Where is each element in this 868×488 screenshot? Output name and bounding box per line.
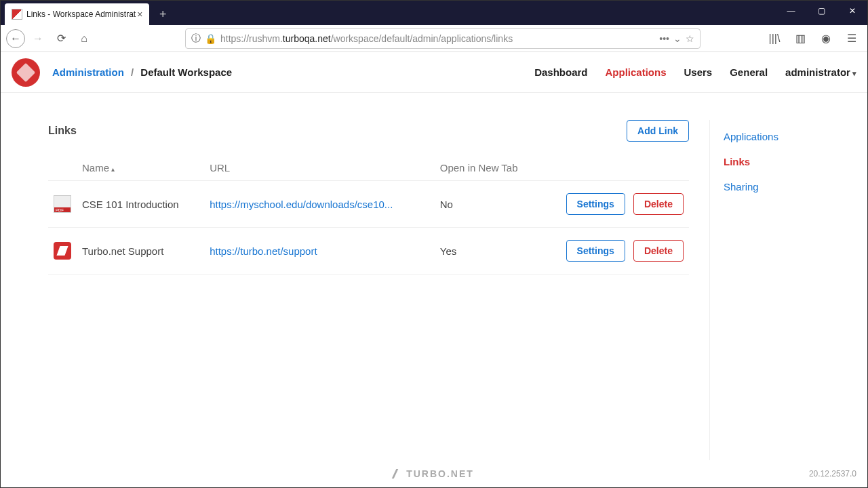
bookmark-icon[interactable]: ☆ xyxy=(686,33,694,44)
top-nav: Dashboard Applications Users General adm… xyxy=(534,66,856,78)
footer-version: 20.12.2537.0 xyxy=(809,469,856,479)
row-open: Yes xyxy=(435,228,540,274)
col-name[interactable]: Name xyxy=(77,155,204,181)
table-row: CSE 101 Introduction https://myschool.ed… xyxy=(48,181,689,228)
forward-button[interactable]: → xyxy=(28,28,48,49)
breadcrumb-root[interactable]: Administration xyxy=(52,66,124,78)
breadcrumb-sep: / xyxy=(131,66,134,78)
url-text: https://rushvm.turboqa.net/workspace/def… xyxy=(220,33,655,44)
nav-applications[interactable]: Applications xyxy=(605,66,666,78)
row-url-link[interactable]: https://myschool.edu/downloads/cse10... xyxy=(210,199,399,210)
account-icon[interactable]: ◉ xyxy=(816,28,836,49)
sidebar-icon[interactable]: ▥ xyxy=(790,28,810,49)
content-area: Links Add Link Name URL Open in New Tab xyxy=(1,93,867,460)
settings-button[interactable]: Settings xyxy=(566,240,625,262)
settings-button[interactable]: Settings xyxy=(566,193,625,215)
breadcrumb: Administration / Default Workspace xyxy=(52,66,232,78)
browser-toolbar: ← → ⟳ ⌂ ⓘ 🔒 https://rushvm.turboqa.net/w… xyxy=(1,25,867,52)
add-link-button[interactable]: Add Link xyxy=(627,120,689,142)
app-logo[interactable] xyxy=(12,58,40,87)
main-column: Links Add Link Name URL Open in New Tab xyxy=(48,120,689,460)
home-button[interactable]: ⌂ xyxy=(74,28,94,49)
row-url-link[interactable]: https://turbo.net/support xyxy=(210,245,399,257)
side-nav: Applications Links Sharing xyxy=(709,120,831,460)
delete-button[interactable]: Delete xyxy=(633,193,684,215)
breadcrumb-current: Default Workspace xyxy=(140,66,232,78)
footer: TURBO.NET 20.12.2537.0 xyxy=(1,460,867,487)
side-nav-applications[interactable]: Applications xyxy=(724,124,831,149)
nav-dashboard[interactable]: Dashboard xyxy=(534,66,587,78)
pdf-icon xyxy=(54,195,71,213)
titlebar: Links - Workspace Administrat × + ― ▢ ✕ xyxy=(1,1,867,25)
back-button[interactable]: ← xyxy=(6,29,25,48)
footer-logo-icon xyxy=(392,469,406,479)
page-header: Links Add Link xyxy=(48,120,689,142)
table-row: Turbo.net Support https://turbo.net/supp… xyxy=(48,228,689,274)
menu-icon[interactable]: ☰ xyxy=(842,28,862,49)
turbo-icon xyxy=(54,242,71,260)
info-icon[interactable]: ⓘ xyxy=(191,33,201,45)
col-url[interactable]: URL xyxy=(204,155,435,181)
page-title: Links xyxy=(48,125,77,137)
links-table: Name URL Open in New Tab CSE 101 Introdu… xyxy=(48,155,689,274)
nav-users[interactable]: Users xyxy=(684,66,713,78)
row-name: Turbo.net Support xyxy=(77,228,204,274)
tab-favicon xyxy=(12,9,22,20)
more-icon[interactable]: ••• xyxy=(659,33,669,44)
nav-general[interactable]: General xyxy=(730,66,768,78)
new-tab-button[interactable]: + xyxy=(153,5,172,24)
delete-button[interactable]: Delete xyxy=(633,240,684,262)
col-open[interactable]: Open in New Tab xyxy=(435,155,540,181)
side-nav-sharing[interactable]: Sharing xyxy=(724,174,831,199)
row-name: CSE 101 Introduction xyxy=(77,181,204,228)
reload-button[interactable]: ⟳ xyxy=(51,28,71,49)
pocket-icon[interactable]: ⌄ xyxy=(673,33,682,44)
nav-user-dropdown[interactable]: administrator xyxy=(785,66,856,78)
library-icon[interactable]: |||\ xyxy=(764,28,785,49)
row-open: No xyxy=(435,181,540,228)
maximize-button[interactable]: ▢ xyxy=(806,1,837,21)
tab-title: Links - Workspace Administrat xyxy=(26,9,136,19)
browser-tab[interactable]: Links - Workspace Administrat × xyxy=(5,3,149,25)
close-window-button[interactable]: ✕ xyxy=(837,1,867,21)
app-header: Administration / Default Workspace Dashb… xyxy=(1,52,867,93)
minimize-button[interactable]: ― xyxy=(776,1,806,21)
address-bar[interactable]: ⓘ 🔒 https://rushvm.turboqa.net/workspace… xyxy=(185,28,701,49)
lock-icon[interactable]: 🔒 xyxy=(205,33,216,44)
tab-close-icon[interactable]: × xyxy=(136,9,144,20)
footer-brand: TURBO.NET xyxy=(406,468,474,479)
side-nav-links[interactable]: Links xyxy=(724,149,831,174)
window-controls: ― ▢ ✕ xyxy=(776,1,867,21)
